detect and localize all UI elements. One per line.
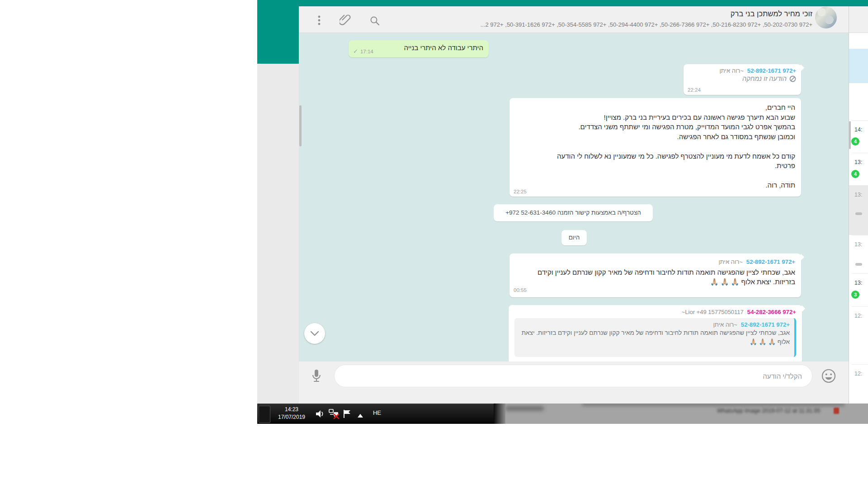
group-title[interactable]: זוכי מחיר למשתכן בני ברק — [678, 9, 812, 19]
chat-message-area[interactable]: היתרי עבודה לא היתרי בנייה 17:14 ✓ +972 … — [299, 33, 849, 361]
author-alias: ~Lior +49 15775050117 — [682, 309, 744, 315]
group-subtitle-phones[interactable]: +972 50-202-0730, +972 50-216-8230, +972… — [396, 21, 812, 29]
blurred-filename: WhatsApp Image 2019-07-12 at 11.31.55 — [717, 408, 820, 414]
search-icon[interactable] — [369, 15, 380, 26]
blurred-background-window: WhatsApp Image 2019-07-12 at 11.31.55 — [505, 404, 868, 424]
message-line: שבוע הבא תיערך פגישה ראשונה עם בכירים בע… — [515, 113, 795, 122]
chat-time: 14: — [854, 127, 862, 133]
emoji-icon[interactable] — [821, 368, 836, 384]
bubble-tail — [799, 305, 805, 312]
blur-smudge — [582, 404, 844, 406]
deleted-message-row: הודעה זו נמחקה — [689, 75, 796, 82]
message-line: תודה, רוה. — [515, 180, 795, 190]
quote-text: אגב, שכחתי לציין שהפגישה תואמה תודות לחי… — [519, 328, 790, 346]
chat-list-row[interactable]: 12: — [849, 306, 868, 339]
volume-icon[interactable] — [315, 409, 325, 418]
mic-icon[interactable] — [310, 369, 323, 383]
blur-smudge — [505, 406, 544, 411]
chat-list-row-selected[interactable] — [849, 49, 868, 83]
chevron-down-icon — [310, 331, 319, 336]
message-time: 00:55 — [514, 286, 527, 295]
scroll-to-bottom-button[interactable] — [304, 323, 325, 344]
app-top-teal-bar — [257, 0, 868, 6]
chat-list-fragment: 14: 4 13: 4 13: 13: 13: 3 12: 12: — [849, 6, 868, 404]
date-chip-today: היום — [561, 230, 587, 245]
show-desktop-button[interactable] — [259, 406, 270, 423]
action-center-flag-icon[interactable] — [342, 409, 352, 419]
message-line: וכמובן שנשתף במסודר גם לאחר הפגישה. — [515, 132, 795, 142]
taskbar-clock-date[interactable]: 17/07/2019 — [270, 414, 313, 420]
left-panel-strip — [257, 64, 299, 404]
chat-header: +972 50-202-0730, +972 50-216-8230, +972… — [299, 6, 849, 33]
chat-time: 12: — [854, 371, 862, 377]
author-phone[interactable]: +972 52-892-1671 — [747, 67, 796, 74]
unread-badge: 4 — [851, 137, 859, 145]
message-input[interactable] — [335, 365, 812, 387]
chat-list-row[interactable]: 12: — [849, 364, 868, 404]
message-line: בהמשך אפרט לגבי המועד המדוייק, מטרת הפגי… — [515, 122, 795, 132]
message-deleted[interactable]: +972 52-892-1671 ~רוה איתן הודעה זו נמחק… — [684, 64, 801, 95]
preview-fragment — [855, 263, 862, 266]
taskbar-clock-time[interactable]: 14:23 — [276, 406, 307, 413]
chat-scrollbar-thumb[interactable] — [299, 105, 302, 146]
chat-time: 13: — [854, 159, 862, 165]
message-input-pill — [335, 365, 812, 387]
quote-author-alias: ~רוה איתן — [713, 321, 737, 328]
network-disconnected-icon[interactable] — [328, 408, 340, 419]
author-alias: ~רוה איתן — [719, 67, 743, 74]
chat-list-header-fragment — [849, 6, 868, 33]
author-row: +972 54-282-3666 ~Lior +49 15775050117 — [514, 309, 796, 315]
author-phone[interactable]: +972 52-892-1671 — [746, 257, 795, 267]
deleted-label: הודעה זו נמחקה — [742, 75, 787, 82]
language-indicator[interactable]: HE — [371, 409, 383, 416]
composer-bar — [299, 361, 849, 404]
chat-list-row[interactable]: 13: 4 — [849, 153, 868, 185]
message-text: אגב, שכחתי לציין שהפגישה תואמה תודות לחי… — [515, 267, 795, 286]
message-time: 17:14 — [360, 49, 373, 54]
chat-time: 13: — [854, 192, 862, 198]
quote-author-phone: +972 52-892-1671 — [741, 321, 790, 328]
unread-badge: 4 — [851, 170, 859, 178]
message-long[interactable]: היי חברים, שבוע הבא תיערך פגישה ראשונה ע… — [509, 98, 801, 197]
chat-time: 13: — [854, 241, 862, 248]
message-meta: 17:14 ✓ — [353, 48, 373, 55]
group-avatar[interactable] — [815, 7, 837, 28]
chat-list-row[interactable]: 13: 3 — [849, 273, 868, 306]
taskbar: 14:23 17/07/2019 HE — [257, 404, 497, 424]
system-join-notice: +972 52-631-3460 הצטרף/ה באמצעות קישור ה… — [494, 204, 653, 221]
menu-icon[interactable] — [315, 15, 323, 26]
unread-badge: 3 — [851, 291, 859, 299]
author-row: +972 52-892-1671 ~רוה איתן — [689, 67, 796, 74]
sent-tick-icon: ✓ — [353, 48, 358, 55]
bubble-tail — [798, 254, 804, 260]
blurred-file-icon — [834, 408, 839, 414]
message-line — [515, 171, 795, 181]
preview-fragment — [855, 212, 862, 215]
message-line — [515, 141, 795, 151]
message-with-quote[interactable]: +972 54-282-3666 ~Lior +49 15775050117 +… — [509, 305, 802, 361]
chat-list-row-hover[interactable]: 13: — [849, 185, 868, 235]
message-line: פרטית. — [515, 161, 795, 171]
chat-time: 12: — [854, 313, 862, 319]
message-thanks[interactable]: +972 52-892-1671 ~רוה איתן אגב, שכחתי לצ… — [509, 253, 801, 297]
author-alias: ~רוה איתן — [718, 257, 742, 267]
quote-author-row: +972 52-892-1671 ~רוה איתן — [519, 321, 790, 328]
attach-icon[interactable] — [340, 14, 351, 26]
message-time: 22:24 — [688, 87, 701, 93]
message-outgoing[interactable]: היתרי עבודה לא היתרי בנייה 17:14 ✓ — [349, 40, 489, 57]
bubble-tail — [798, 65, 804, 71]
author-row: +972 52-892-1671 ~רוה איתן — [515, 257, 795, 267]
chat-time: 13: — [854, 280, 862, 286]
quoted-message[interactable]: +972 52-892-1671 ~רוה איתן אגב, שכחתי לצ… — [514, 318, 796, 357]
message-line: קודם כל אשמח לדעת מי מעוניין להצטרף לפגי… — [515, 151, 795, 161]
chat-list-row[interactable]: 14: 4 — [849, 120, 868, 153]
message-text: היתרי עבודה לא היתרי בנייה — [404, 44, 483, 52]
message-time: 22:25 — [514, 189, 527, 194]
show-hidden-icons-button[interactable] — [357, 412, 363, 416]
author-phone[interactable]: +972 54-282-3666 — [747, 309, 796, 315]
chat-list-row[interactable]: 13: — [849, 235, 868, 273]
message-line: היי חברים, — [515, 103, 795, 113]
left-panel-teal-header — [257, 0, 299, 64]
deleted-icon — [789, 75, 796, 82]
